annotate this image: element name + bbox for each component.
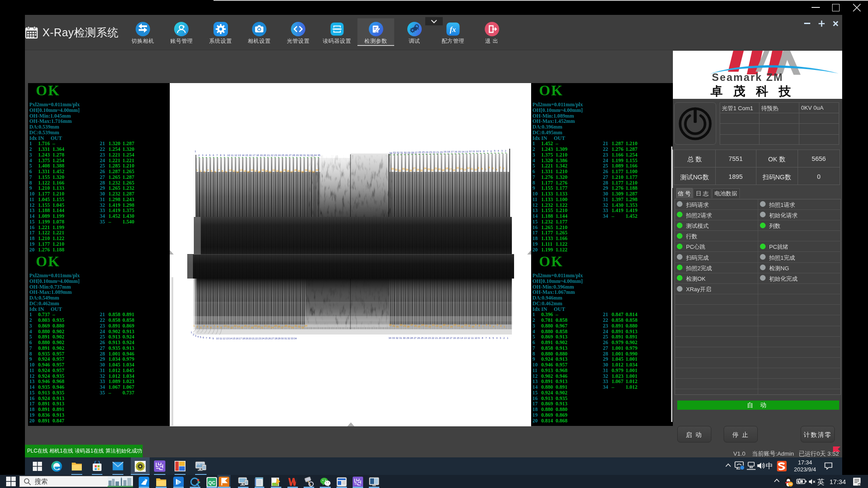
svg-text:33: 33 xyxy=(392,337,395,339)
svg-text:32: 32 xyxy=(308,170,311,172)
svg-text:20: 20 xyxy=(263,154,266,157)
svg-text:11: 11 xyxy=(471,167,473,170)
svg-text:31: 31 xyxy=(399,169,401,172)
svg-text:7: 7 xyxy=(482,325,483,328)
svg-text:21: 21 xyxy=(261,326,263,329)
svg-text:15: 15 xyxy=(245,154,248,157)
svg-text:32: 32 xyxy=(298,325,301,328)
svg-text:28: 28 xyxy=(411,151,414,154)
svg-text:14: 14 xyxy=(460,337,463,339)
svg-text:23: 23 xyxy=(425,324,427,327)
svg-text:12: 12 xyxy=(469,150,472,153)
svg-text:17: 17 xyxy=(451,150,453,153)
svg-text:11: 11 xyxy=(233,170,235,172)
svg-text:13: 13 xyxy=(238,154,241,157)
svg-text:20: 20 xyxy=(248,337,251,340)
svg-text:31: 31 xyxy=(303,154,306,157)
svg-text:21: 21 xyxy=(252,337,255,340)
svg-text:26: 26 xyxy=(285,154,288,157)
svg-text:32: 32 xyxy=(396,337,398,339)
svg-text:1: 1 xyxy=(191,331,192,334)
svg-text:6: 6 xyxy=(489,337,490,339)
svg-text:5: 5 xyxy=(207,325,208,328)
svg-text:QC: QC xyxy=(208,480,216,485)
svg-text:24: 24 xyxy=(278,154,281,157)
svg-text:16: 16 xyxy=(236,337,238,340)
svg-text:32: 32 xyxy=(307,154,309,157)
svg-text:29: 29 xyxy=(407,151,410,154)
svg-text:27: 27 xyxy=(410,324,413,326)
svg-text:10: 10 xyxy=(475,337,477,339)
svg-text:14: 14 xyxy=(237,325,240,328)
svg-text:8: 8 xyxy=(217,325,218,328)
svg-text:29: 29 xyxy=(296,154,298,157)
svg-text:12: 12 xyxy=(467,167,469,169)
svg-text:25: 25 xyxy=(418,325,420,328)
svg-text:9: 9 xyxy=(225,171,227,173)
svg-text:24: 24 xyxy=(262,337,265,340)
svg-text:20: 20 xyxy=(265,170,268,172)
svg-text:11: 11 xyxy=(468,324,470,327)
svg-text:27: 27 xyxy=(281,326,284,329)
svg-text:31: 31 xyxy=(284,337,287,340)
svg-text:26: 26 xyxy=(418,151,421,153)
svg-text:22: 22 xyxy=(428,325,431,328)
svg-text:18: 18 xyxy=(256,154,259,157)
svg-text:10: 10 xyxy=(224,324,226,327)
svg-text:4: 4 xyxy=(203,324,205,327)
svg-text:19: 19 xyxy=(444,150,446,153)
svg-text:16: 16 xyxy=(455,150,457,153)
svg-text:22: 22 xyxy=(271,154,273,157)
svg-text:34: 34 xyxy=(389,152,392,154)
svg-text:29: 29 xyxy=(298,170,300,172)
svg-text:25: 25 xyxy=(420,169,423,172)
svg-text:2: 2 xyxy=(503,337,504,339)
svg-text:30: 30 xyxy=(291,326,294,329)
svg-text:24: 24 xyxy=(421,324,424,326)
svg-text:13: 13 xyxy=(240,169,242,171)
svg-text:10: 10 xyxy=(229,169,231,171)
svg-text:25: 25 xyxy=(283,169,286,171)
svg-text:16: 16 xyxy=(249,154,252,157)
svg-text:11: 11 xyxy=(231,154,234,157)
svg-text:21: 21 xyxy=(434,167,437,170)
svg-text:30: 30 xyxy=(400,324,402,326)
svg-text:14: 14 xyxy=(242,154,245,157)
svg-text:3: 3 xyxy=(195,335,196,337)
svg-text:2: 2 xyxy=(500,324,501,327)
svg-text:12: 12 xyxy=(467,337,470,339)
svg-text:34: 34 xyxy=(314,154,317,157)
svg-text:19: 19 xyxy=(442,337,445,339)
svg-text:8: 8 xyxy=(220,154,221,157)
svg-text:11: 11 xyxy=(472,150,475,153)
svg-text:16: 16 xyxy=(453,337,456,339)
svg-text:9: 9 xyxy=(478,167,479,169)
svg-text:19: 19 xyxy=(262,169,264,171)
svg-text:13: 13 xyxy=(465,150,468,153)
svg-text:23: 23 xyxy=(274,154,277,157)
svg-text:3: 3 xyxy=(500,337,501,339)
svg-text:22: 22 xyxy=(264,324,267,327)
svg-text:17: 17 xyxy=(247,325,250,328)
svg-text:27: 27 xyxy=(413,337,416,339)
svg-text:10: 10 xyxy=(216,337,219,340)
svg-text:4: 4 xyxy=(207,169,209,171)
svg-text:21: 21 xyxy=(269,171,271,173)
svg-text:8: 8 xyxy=(222,170,223,172)
svg-text:2: 2 xyxy=(193,333,194,336)
svg-text:15: 15 xyxy=(241,326,243,329)
svg-text:20: 20 xyxy=(438,168,441,171)
svg-text:21: 21 xyxy=(435,337,438,339)
svg-text:19: 19 xyxy=(254,324,257,327)
svg-text:32: 32 xyxy=(397,151,399,154)
svg-text:16: 16 xyxy=(450,325,452,328)
svg-text:29: 29 xyxy=(403,324,406,327)
svg-text:26: 26 xyxy=(416,168,419,171)
svg-text:32: 32 xyxy=(395,168,397,171)
svg-text:33: 33 xyxy=(301,326,304,329)
svg-text:20: 20 xyxy=(257,325,260,328)
svg-text:28: 28 xyxy=(294,169,297,171)
svg-text:18: 18 xyxy=(447,150,450,153)
svg-text:23: 23 xyxy=(267,325,270,328)
svg-text:22: 22 xyxy=(433,151,435,153)
